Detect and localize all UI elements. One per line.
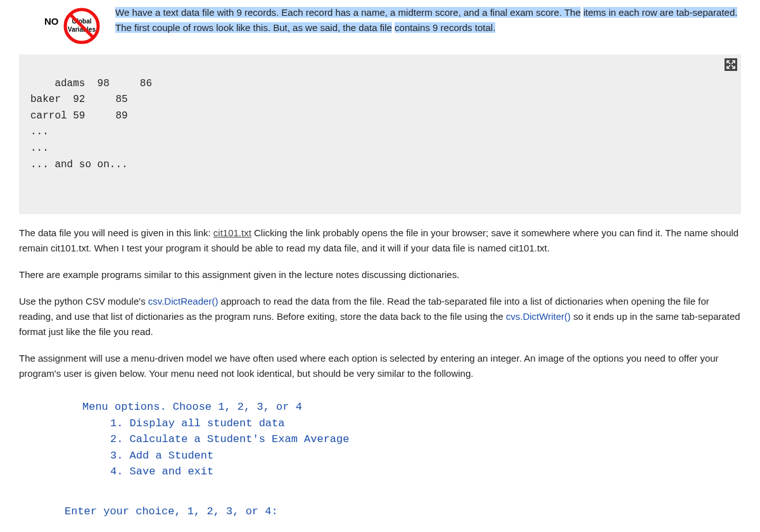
no-label: NO [44,14,59,29]
paragraph-csv: Use the python CSV module's csv.DictRead… [19,294,741,339]
sample-data-block: adams 98 86 baker 92 85 carrol 59 89 ...… [19,54,741,214]
dictwriter-ref: cvs.DictWriter() [506,311,571,322]
menu-option-2: 2. Calculate a Student's Exam Average [110,431,741,448]
sample-data-text: adams 98 86 baker 92 85 carrol 59 89 ...… [30,78,152,170]
intro-highlight-3: contains 9 records total. [395,22,495,33]
paragraph-menu-intro: The assignment will use a menu-driven mo… [19,351,741,381]
menu-option-1: 1. Display all student data [110,415,741,432]
menu-options-block: Menu options. Choose 1, 2, 3, or 4 1. Di… [82,399,741,480]
cit101-link[interactable]: cit101.txt [213,227,251,238]
menu-header: Menu options. Choose 1, 2, 3, or 4 [82,399,741,415]
no-globals-icon: Global Variables [63,8,100,44]
menu-prompt: Enter your choice, 1, 2, 3, or 4: [65,503,741,520]
paragraph-examples: There are example programs similar to th… [19,267,741,282]
paragraph-datafile: The data file you will need is given in … [19,225,741,256]
menu-option-4: 4. Save and exit [110,464,741,480]
intro-row: NO Global Variables We have a text data … [19,0,741,49]
intro-highlight-1: We have a text data file with 9 records.… [115,7,581,18]
expand-icon[interactable] [725,58,737,71]
dictreader-ref: csv.DictReader() [148,296,218,307]
menu-option-3: 3. Add a Student [110,448,741,464]
intro-text: We have a text data file with 9 records.… [115,5,741,35]
no-globals-badge: NO Global Variables [44,5,108,49]
